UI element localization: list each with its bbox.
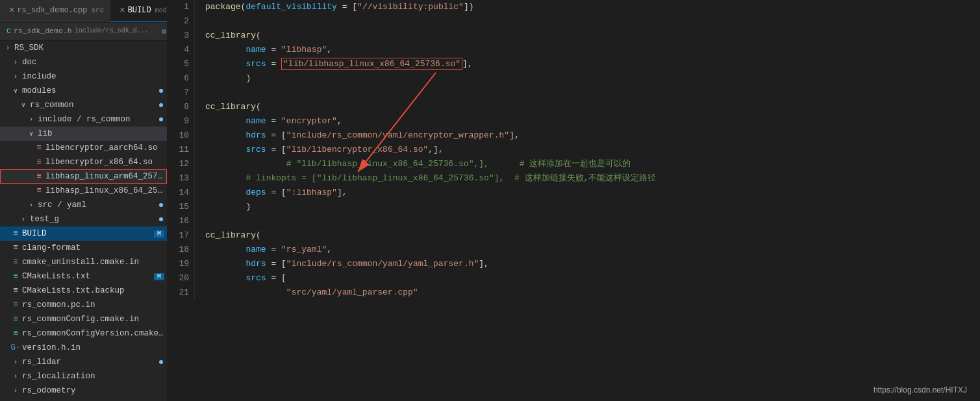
code-line-21: "src/yaml/yaml_parser.cpp" [205,286,970,300]
code-line-10: hdrs = ["include/rs_common/yaml/encrypto… [205,128,970,143]
code-lines: package(default_visibility = ["//visibil… [195,0,980,300]
code-line-8: cc_library( [205,100,970,114]
sidebar-item-label: lib [38,129,167,138]
line-num-19: 19 [173,257,189,271]
code-line-1: package(default_visibility = ["//visibil… [205,0,970,14]
chevron-right-icon: › [10,387,21,395]
sidebar-item-label: clang-format [22,243,167,252]
sidebar-item-label: rs_common.pc.in [22,300,167,310]
line-num-12: 12 [173,157,189,171]
tab-build[interactable]: × BUILD modules/rs_common M [110,0,167,23]
editor[interactable]: 1 2 3 4 5 6 7 8 9 10 11 12 13 14 15 16 1… [168,0,980,401]
sidebar-item-include[interactable]: › include [0,69,167,84]
sidebar-item-label: rs_lidar [22,358,159,367]
code-line-6: ) [205,71,970,86]
sidebar-item-label: include [22,72,167,81]
sidebar-item-label: cmake_uninstall.cmake.in [22,258,167,267]
file-icon: ≡ [10,258,21,267]
file-icon: ≡ [34,172,44,181]
file-icon: ≡ [10,272,21,281]
chevron-right-icon: › [26,116,36,123]
sidebar-item-label: libencryptor_x86_64.so [45,158,167,167]
sidebar-item-cmake-uninstall[interactable]: ≡ cmake_uninstall.cmake.in [0,255,167,269]
sidebar-item-label: version.h.in [22,343,167,352]
sidebar-item-rs-localization[interactable]: › rs_localization [0,369,167,383]
sidebar-item-doc[interactable]: › doc [0,55,167,69]
file-icon: G· [10,343,21,352]
code-line-16 [205,214,970,228]
chevron-right-icon: › [10,73,21,80]
sidebar-item-libencryptor-aarch64[interactable]: ≡ libencryptor_aarch64.so [0,141,167,155]
sidebar-item-lib[interactable]: ∨ lib [0,127,167,141]
sidebar-item-rs-common-pc[interactable]: ≡ rs_common.pc.in [0,298,167,312]
watermark: https://blog.csdn.net/HITXJ [873,385,967,395]
badge-m: M [154,230,164,237]
line-num-5: 5 [173,57,189,71]
sidebar-item-libhasp-arm64[interactable]: ≡ libhasp_linux_arm64_25736.so [0,169,167,184]
sidebar-item-rs-common-config[interactable]: ≡ rs_commonConfig.cmake.in [0,312,167,326]
sidebar-item-label: libhasp_linux_arm64_25736.so [45,172,167,181]
chevron-down-icon: ∨ [10,87,21,95]
code-line-20: srcs = [ [205,271,970,286]
line-num-8: 8 [173,100,189,114]
line-num-9: 9 [173,114,189,128]
sidebar-item-label: src / yaml [38,200,159,210]
tab-rs-sdk-demo-h[interactable]: C rs_sdk_demo.h include/rs_sdk_d... [0,23,155,41]
code-line-3: cc_library( [205,29,970,43]
settings-icon: ⚙ [162,27,166,36]
sidebar-item-label: rs_commonConfig.cmake.in [22,315,167,324]
chevron-down-icon: › [3,45,13,52]
sidebar-item-cmakelists[interactable]: ≡ CMakeLists.txt M [0,269,167,284]
sidebar-item-rs-common[interactable]: ∨ rs_common [0,98,167,112]
sidebar-item-version-h[interactable]: G· version.h.in [0,341,167,355]
chevron-down-icon: ∨ [18,101,29,109]
sidebar-item-modules[interactable]: ∨ modules [0,84,167,98]
code-line-7 [205,86,970,100]
chevron-right-icon: › [10,373,21,380]
sidebar-item-rs-odometry[interactable]: › rs_odometry [0,383,167,398]
close-icon[interactable]: × [9,5,14,16]
line-numbers: 1 2 3 4 5 6 7 8 9 10 11 12 13 14 15 16 1… [168,0,195,300]
sidebar-item-rs-sdk[interactable]: › RS_SDK [0,41,167,55]
sidebar-item-cmakelists-backup[interactable]: ≡ CMakeLists.txt.backup [0,284,167,298]
file-tab-bar: × rs_sdk_demo.cpp src × BUILD modules/rs… [0,0,167,23]
sidebar: × rs_sdk_demo.cpp src × BUILD modules/rs… [0,0,168,401]
code-line-13: # linkopts = ["lib/libhasp_linux_x86_64_… [205,171,970,186]
line-num-1: 1 [173,0,189,14]
sidebar-item-libencryptor-x86[interactable]: ≡ libencryptor_x86_64.so [0,155,167,169]
file-icon: ≡ [10,300,21,310]
sidebar-item-rs-common-config-version[interactable]: ≡ rs_commonConfigVersion.cmake... [0,326,167,341]
code-line-14: deps = [":libhasp"], [205,186,970,200]
sidebar-item-clang-format[interactable]: ≡ clang-format [0,241,167,255]
line-num-11: 11 [173,143,189,157]
sidebar-item-include-rs-common[interactable]: › include / rs_common [0,112,167,127]
file-icon: ≡ [10,286,21,295]
sidebar-item-label: libencryptor_aarch64.so [45,143,167,152]
line-num-20: 20 [173,271,189,286]
modified-dot [159,117,163,121]
code-line-5: srcs = "lib/libhasp_linux_x86_64_25736.s… [205,57,970,71]
file-icon: ≡ [34,158,44,167]
tab-settings[interactable]: ⚙ Settings [155,23,167,41]
sidebar-item-label: rs_common [30,101,159,110]
sidebar-item-rs-lidar[interactable]: › rs_lidar [0,355,167,369]
file-icon: ≡ [10,243,21,252]
close-icon[interactable]: × [119,5,125,16]
modified-dot [159,103,163,107]
line-num-21: 21 [173,286,189,300]
sidebar-item-build[interactable]: ≡ BUILD M [0,226,167,241]
line-num-10: 10 [173,128,189,143]
sidebar-item-test-g[interactable]: › test_g [0,212,167,226]
sidebar-item-label: rs_localization [22,372,167,381]
sidebar-item-label: rs_odometry [22,386,167,395]
sidebar-item-label: rs_commonConfigVersion.cmake... [22,329,167,338]
chevron-right-icon: › [18,216,29,223]
sidebar-item-src-yaml[interactable]: › src / yaml [0,198,167,212]
code-line-15: ) [205,200,970,214]
sidebar-item-libhasp-x86[interactable]: ≡ libhasp_linux_x86_64_25736.so [0,184,167,198]
code-line-11: srcs = ["lib/libencryptor_x86_64.so",], [205,143,970,157]
code-line-18: name = "rs_yaml", [205,243,970,257]
tab-rs-sdk-demo-cpp[interactable]: × rs_sdk_demo.cpp src [0,0,110,23]
modified-dot [159,360,163,364]
code-line-2 [205,14,970,29]
